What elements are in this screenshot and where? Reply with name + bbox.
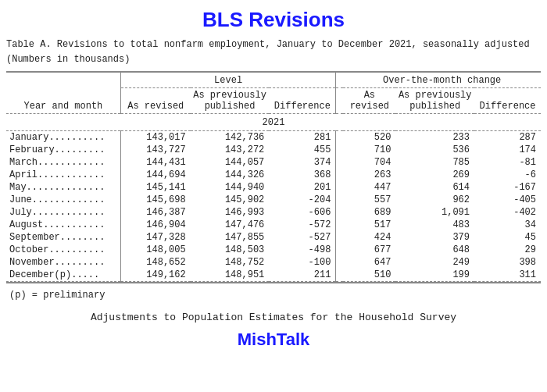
- diff-2: -167: [474, 181, 541, 194]
- diff-1: -606: [269, 206, 336, 219]
- diff-2: 45: [474, 231, 541, 244]
- table-row: June............. 145,698 145,902 -204 5…: [6, 194, 541, 206]
- as-revised-1: 143,727: [120, 144, 190, 156]
- as-revised-1: 149,162: [120, 269, 190, 282]
- as-revised-1: 145,698: [120, 194, 190, 206]
- as-prev-1: 147,476: [191, 219, 270, 231]
- as-prev-1: 142,736: [191, 130, 270, 144]
- diff-2: 174: [474, 144, 541, 156]
- as-revised-2: 710: [343, 144, 395, 156]
- as-prev-2: 379: [395, 231, 474, 244]
- col-as-revised-2-label: As revised: [350, 90, 389, 112]
- as-prev-2: 536: [395, 144, 474, 156]
- month-label: March............: [6, 156, 120, 169]
- as-prev-1: 146,993: [191, 206, 270, 219]
- month-label: October..........: [6, 244, 120, 256]
- as-prev-1: 143,272: [191, 144, 270, 156]
- table-row: February......... 143,727 143,272 455 71…: [6, 144, 541, 156]
- month-label: August...........: [6, 219, 120, 231]
- as-prev-1: 144,057: [191, 156, 270, 169]
- as-prev-2: 614: [395, 181, 474, 194]
- as-revised-1: 143,017: [120, 130, 190, 144]
- diff-1: -204: [269, 194, 336, 206]
- col-as-prev-2-label: As previously published: [399, 90, 472, 112]
- subtitle-line2: (Numbers in thousands): [6, 53, 541, 66]
- as-revised-1: 146,387: [120, 206, 190, 219]
- as-revised-1: 148,005: [120, 244, 190, 256]
- col-as-revised-1-label: As revised: [127, 101, 184, 112]
- as-prev-2: 483: [395, 219, 474, 231]
- as-revised-2: 510: [343, 269, 395, 282]
- table-row: October.......... 148,005 148,503 -498 6…: [6, 244, 541, 256]
- diff-2: 398: [474, 256, 541, 269]
- as-prev-1: 148,951: [191, 269, 270, 282]
- as-revised-2: 517: [343, 219, 395, 231]
- diff-2: -405: [474, 194, 541, 206]
- as-prev-2: 249: [395, 256, 474, 269]
- table-body: January.......... 143,017 142,736 281 52…: [6, 130, 541, 281]
- diff-2: -6: [474, 169, 541, 181]
- subtitle-line1: Table A. Revisions to total nonfarm empl…: [6, 38, 541, 52]
- diff-2: -402: [474, 206, 541, 219]
- table-row: November......... 148,652 148,752 -100 6…: [6, 256, 541, 269]
- brand-title: MishTalk: [6, 330, 541, 350]
- month-label: September........: [6, 231, 120, 244]
- as-prev-2: 233: [395, 130, 474, 144]
- as-prev-2: 269: [395, 169, 474, 181]
- as-revised-2: 557: [343, 194, 395, 206]
- as-revised-1: 144,694: [120, 169, 190, 181]
- as-prev-2: 199: [395, 269, 474, 282]
- as-prev-1: 145,902: [191, 194, 270, 206]
- as-prev-2: 785: [395, 156, 474, 169]
- as-revised-1: 146,904: [120, 219, 190, 231]
- diff-1: 368: [269, 169, 336, 181]
- as-prev-1: 144,326: [191, 169, 270, 181]
- table-row: July............. 146,387 146,993 -606 6…: [6, 206, 541, 219]
- month-label: June.............: [6, 194, 120, 206]
- page-title: BLS Revisions: [6, 8, 541, 32]
- group-otm-label: Over-the-month change: [383, 75, 501, 86]
- as-revised-2: 520: [343, 130, 395, 144]
- table-row: September........ 147,328 147,855 -527 4…: [6, 231, 541, 244]
- diff-2: -81: [474, 156, 541, 169]
- table-row: August........... 146,904 147,476 -572 5…: [6, 219, 541, 231]
- adjustments-note: Adjustments to Population Estimates for …: [6, 312, 541, 323]
- as-prev-1: 148,503: [191, 244, 270, 256]
- as-revised-1: 145,141: [120, 181, 190, 194]
- as-prev-1: 148,752: [191, 256, 270, 269]
- as-prev-2: 648: [395, 244, 474, 256]
- col-year-month-label: Year and month: [24, 101, 103, 112]
- as-revised-1: 148,652: [120, 256, 190, 269]
- as-revised-2: 704: [343, 156, 395, 169]
- as-revised-2: 647: [343, 256, 395, 269]
- diff-2: 34: [474, 219, 541, 231]
- as-prev-2: 1,091: [395, 206, 474, 219]
- month-label: July.............: [6, 206, 120, 219]
- table-row: April............ 144,694 144,326 368 26…: [6, 169, 541, 181]
- col-diff-2-label: Difference: [479, 101, 535, 112]
- group-header-row: Year and month Level Over-the-month chan…: [6, 73, 541, 88]
- diff-1: -572: [269, 219, 336, 231]
- year-row: 2021: [6, 113, 541, 130]
- month-label: December(p).....: [6, 269, 120, 282]
- diff-1: 281: [269, 130, 336, 144]
- as-revised-1: 144,431: [120, 156, 190, 169]
- as-revised-2: 677: [343, 244, 395, 256]
- diff-1: 201: [269, 181, 336, 194]
- as-revised-1: 147,328: [120, 231, 190, 244]
- month-label: November.........: [6, 256, 120, 269]
- group-level-label: Level: [214, 75, 242, 86]
- month-label: April............: [6, 169, 120, 181]
- table-row: December(p)..... 149,162 148,951 211 510…: [6, 269, 541, 282]
- as-prev-1: 147,855: [191, 231, 270, 244]
- month-label: May..............: [6, 181, 120, 194]
- diff-1: -527: [269, 231, 336, 244]
- data-table-wrapper: Year and month Level Over-the-month chan…: [6, 71, 541, 283]
- diff-2: 29: [474, 244, 541, 256]
- as-revised-2: 424: [343, 231, 395, 244]
- col-diff-1-label: Difference: [274, 101, 331, 112]
- table-row: March............ 144,431 144,057 374 70…: [6, 156, 541, 169]
- as-prev-1: 144,940: [191, 181, 270, 194]
- diff-1: -100: [269, 256, 336, 269]
- month-label: January..........: [6, 130, 120, 144]
